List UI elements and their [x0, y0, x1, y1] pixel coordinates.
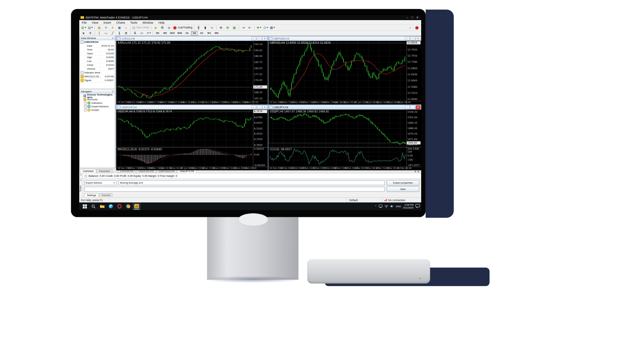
chart-window-titlebar[interactable]: AAPLm,H4–▫✕: [116, 36, 268, 41]
indicators-list[interactable]: ✚▼: [256, 25, 262, 30]
speaker-icon[interactable]: [390, 203, 394, 209]
timeframe-m5[interactable]: M5: [162, 31, 168, 35]
expert-type-select[interactable]: Expert Advisor ▼: [84, 180, 116, 185]
bar-chart-mode[interactable]: ╫: [196, 25, 202, 30]
timeframe-mn[interactable]: MN: [213, 31, 220, 35]
symbol-field[interactable]: [84, 187, 385, 192]
restore-button[interactable]: ▫: [257, 105, 262, 109]
zoom-out[interactable]: ⊖: [225, 25, 231, 30]
alerts[interactable]: ◉: [166, 25, 172, 30]
candlestick-mode[interactable]: ▮: [202, 25, 208, 30]
cursor-tool[interactable]: ➤: [81, 31, 87, 36]
restore-button[interactable]: ▫: [257, 37, 262, 41]
close-button[interactable]: ✕: [262, 105, 267, 109]
arrows-tool[interactable]: ↗▼: [145, 31, 151, 36]
action-center-icon[interactable]: [415, 203, 420, 209]
expand-icon[interactable]: +: [84, 109, 87, 111]
title-bar[interactable]: 69470794: MetaTrader 4 EXNESS - USDJPY,H…: [79, 15, 421, 20]
chart-window-gbpusd-h4[interactable]: GBPUSD,H4–▫✕: [268, 36, 421, 105]
menu-view[interactable]: View: [89, 21, 101, 24]
tester-tab-settings[interactable]: Settings: [84, 193, 99, 197]
trendline-tool[interactable]: ╱: [110, 31, 116, 36]
taskbar-search[interactable]: [89, 203, 97, 210]
minimize-button[interactable]: –: [406, 16, 408, 19]
chart-window-titlebar[interactable]: GBPUSD,H4–▫✕: [268, 36, 421, 41]
chart-canvas-usdjpy[interactable]: [268, 110, 421, 170]
chart-canvas-aaplm[interactable]: [116, 41, 268, 104]
start-button[interactable]: [81, 203, 89, 210]
menu-file[interactable]: File: [79, 21, 89, 24]
minimize-button[interactable]: –: [251, 37, 256, 41]
menu-window[interactable]: Window: [140, 21, 156, 24]
expert-name-field[interactable]: Moving Average.ex4: [118, 180, 385, 185]
auto-scroll[interactable]: ⇥: [240, 25, 246, 30]
tile-windows[interactable]: ▦: [231, 25, 237, 30]
close-button[interactable]: ✕: [416, 105, 421, 109]
chart-window-usdchf-h4[interactable]: USDCHF,H4–▫✕: [116, 105, 268, 171]
timeframe-h4[interactable]: H4: [191, 31, 198, 35]
navigator-item-indicators[interactable]: +ƒIndicators: [80, 101, 115, 105]
notifications[interactable]: ⬤: [414, 25, 420, 30]
fibonacci-tool[interactable]: ≣: [123, 31, 129, 36]
start-button[interactable]: Start: [387, 186, 419, 192]
market-watch[interactable]: ▦: [96, 25, 102, 30]
maximize-button[interactable]: □: [411, 16, 413, 19]
minimize-button[interactable]: –: [405, 105, 410, 109]
menu-tools[interactable]: Tools: [128, 21, 140, 24]
close-button[interactable]: ✕: [416, 16, 419, 19]
chart-canvas-gbpusd[interactable]: [268, 41, 421, 104]
minimize-button[interactable]: –: [405, 37, 410, 41]
metatrader4-app[interactable]: [133, 203, 141, 210]
timeframe-w1[interactable]: W1: [206, 31, 213, 35]
file-explorer[interactable]: [98, 203, 106, 210]
expand-icon[interactable]: +: [84, 102, 87, 104]
chart-window-titlebar[interactable]: USDCHF,H4–▫✕: [116, 105, 268, 110]
chrome-browser[interactable]: [124, 203, 132, 210]
close-button[interactable]: ✕: [416, 37, 421, 41]
close-icon[interactable]: ✕: [80, 179, 82, 182]
minimize-button[interactable]: –: [251, 105, 256, 109]
metaeditor[interactable]: ◆: [153, 25, 159, 30]
nav-tab-common[interactable]: Common: [80, 169, 96, 173]
restore-button[interactable]: ▫: [410, 105, 415, 109]
label-tool[interactable]: ▭: [139, 31, 145, 36]
timeframe-m1[interactable]: M1: [154, 31, 161, 35]
navigator-item-exness-technologies-mt-[interactable]: ▤Exness Technologies MT4: [80, 94, 115, 98]
close-icon[interactable]: ✕: [80, 174, 82, 176]
timeframe-m15[interactable]: M15: [169, 31, 176, 35]
navigator[interactable]: ★: [110, 25, 116, 30]
chart-canvas-usdchf[interactable]: [116, 110, 268, 170]
templates[interactable]: ▩▼: [269, 25, 275, 30]
language-indicator[interactable]: ENG: [396, 205, 401, 208]
crosshair-tool[interactable]: ✛: [87, 31, 93, 36]
autotrading[interactable]: ⬤AutoTrading: [173, 25, 193, 30]
text-tool[interactable]: A: [132, 31, 138, 36]
periods-list[interactable]: ◷▼: [263, 25, 269, 30]
close-icon[interactable]: ✕: [112, 90, 114, 93]
vertical-line-tool[interactable]: |: [96, 31, 102, 36]
navigator-item-scripts[interactable]: +≡Scripts: [80, 108, 115, 112]
nav-tab-favorites[interactable]: Favorites: [97, 169, 112, 173]
tester-tab-journal[interactable]: Journal: [99, 193, 112, 197]
terminal-panel[interactable]: ▣: [116, 25, 122, 30]
line-chart-mode[interactable]: ∿: [209, 25, 215, 30]
chart-window-aaplm-h4[interactable]: AAPLm,H4–▫✕: [116, 36, 268, 105]
tray-chevron-icon[interactable]: ⌃: [375, 205, 377, 208]
timeframe-d1[interactable]: D1: [198, 31, 205, 35]
chart-window-usdjpy-h4[interactable]: USDJPY,H4–▫✕: [268, 105, 421, 171]
search[interactable]: ⌕: [407, 25, 413, 30]
tab-scroll-arrows[interactable]: ◀ ▶: [414, 170, 421, 173]
profile-cell[interactable]: Default: [347, 198, 382, 202]
chart-shift[interactable]: ⇤: [247, 25, 253, 30]
profiles[interactable]: ▤▼: [87, 25, 93, 30]
zoom-in[interactable]: ⊕: [218, 25, 224, 30]
navigator-item-expert-advisors[interactable]: +◆Expert Advisors: [80, 105, 115, 108]
close-button[interactable]: ✕: [262, 37, 267, 41]
edge-browser[interactable]: [107, 203, 115, 210]
expert-properties-button[interactable]: Expert properties: [387, 180, 419, 186]
channel-tool[interactable]: ∥: [116, 31, 122, 36]
horizontal-line-tool[interactable]: —: [103, 31, 109, 36]
pc-status-icon[interactable]: [379, 203, 383, 209]
menu-insert[interactable]: Insert: [101, 21, 114, 24]
menu-charts[interactable]: Charts: [114, 21, 128, 24]
